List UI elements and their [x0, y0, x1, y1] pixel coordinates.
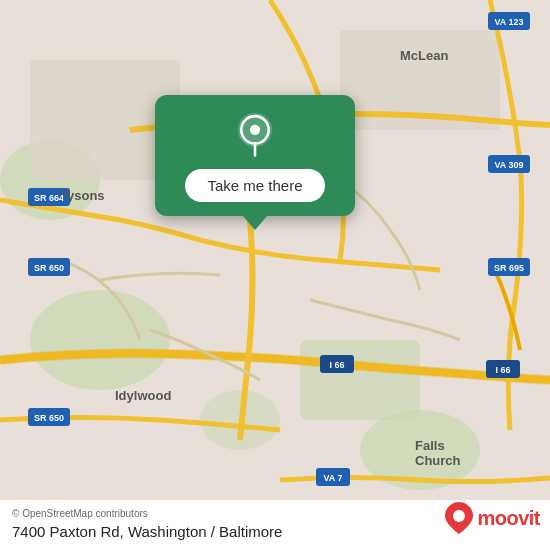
- map-container: VA 123 VA 267 SR 664 VA 309 SR 695 I 66 …: [0, 0, 550, 550]
- svg-text:Idylwood: Idylwood: [115, 388, 171, 403]
- svg-text:Falls: Falls: [415, 438, 445, 453]
- svg-point-36: [453, 510, 465, 522]
- moovit-pin-icon: [445, 502, 473, 534]
- location-pin-icon: [231, 111, 279, 159]
- svg-text:VA 123: VA 123: [494, 17, 523, 27]
- svg-text:VA 309: VA 309: [494, 160, 523, 170]
- svg-text:SR 650: SR 650: [34, 413, 64, 423]
- moovit-brand-text: moovit: [477, 507, 540, 530]
- svg-text:McLean: McLean: [400, 48, 448, 63]
- popup-card: Take me there: [155, 95, 355, 216]
- take-me-there-button[interactable]: Take me there: [185, 169, 324, 202]
- svg-text:Tysons: Tysons: [60, 188, 105, 203]
- svg-point-35: [250, 125, 260, 135]
- svg-text:Church: Church: [415, 453, 461, 468]
- svg-text:SR 650: SR 650: [34, 263, 64, 273]
- svg-text:I 66: I 66: [329, 360, 344, 370]
- svg-rect-4: [300, 340, 420, 420]
- svg-point-1: [30, 290, 170, 390]
- svg-text:I 66: I 66: [495, 365, 510, 375]
- svg-text:VA 7: VA 7: [323, 473, 342, 483]
- moovit-logo: moovit: [445, 502, 540, 534]
- svg-text:SR 695: SR 695: [494, 263, 524, 273]
- map-svg: VA 123 VA 267 SR 664 VA 309 SR 695 I 66 …: [0, 0, 550, 550]
